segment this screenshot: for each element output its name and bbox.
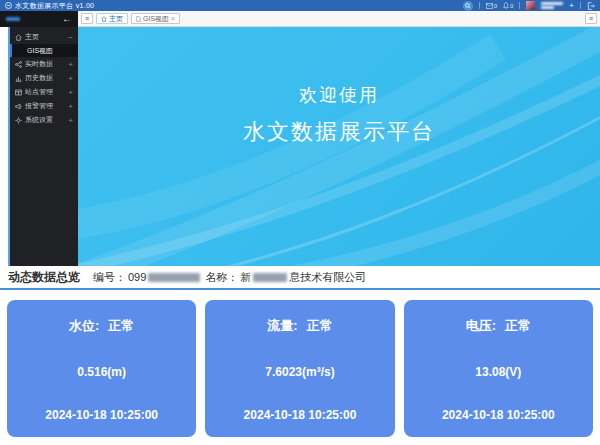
tab-row: ← ≡ 主页 GIS视图 × ≡ xyxy=(0,11,600,27)
messages-button[interactable]: 0 xyxy=(486,3,497,9)
name-label: 名称： xyxy=(205,270,238,285)
sidebar-item-label: 实时数据 xyxy=(25,59,53,69)
code-label: 编号： xyxy=(93,270,126,285)
user-menu-expander[interactable]: + xyxy=(569,2,574,10)
card-value: 13.08(V) xyxy=(475,365,521,379)
expand-icon: + xyxy=(68,116,73,125)
card-timestamp: 2024-10-18 10:25:00 xyxy=(45,408,158,422)
tab-home-label: 主页 xyxy=(109,14,123,24)
name-suffix: 息技术有限公司 xyxy=(289,270,366,285)
code-value-redacted xyxy=(148,273,200,282)
alerts-count: 0 xyxy=(510,3,513,9)
sidebar-item-station-manage[interactable]: 站点管理 + xyxy=(10,85,78,99)
sidebar-item-realtime-data[interactable]: 实时数据 + xyxy=(10,57,78,71)
sidebar-header: ← xyxy=(0,11,78,27)
card-value: 0.516(m) xyxy=(77,365,126,379)
data-cards: 水位:正常 0.516(m) 2024-10-18 10:25:00 流量:正常… xyxy=(0,290,600,437)
status-badge: 正常 xyxy=(307,318,333,333)
alerts-button[interactable]: 0 xyxy=(503,2,513,9)
card-timestamp: 2024-10-18 10:25:00 xyxy=(244,408,357,422)
share-nodes-icon xyxy=(15,61,22,68)
water-level-card: 水位:正常 0.516(m) 2024-10-18 10:25:00 xyxy=(7,300,196,437)
tab-close-icon[interactable]: × xyxy=(171,15,175,22)
divider xyxy=(479,2,480,9)
tab-home[interactable]: 主页 xyxy=(96,13,128,24)
logout-icon[interactable] xyxy=(587,2,595,10)
table-grid-icon xyxy=(15,89,22,96)
sidebar-subitem-gis-view[interactable]: GIS视图 xyxy=(10,44,78,57)
divider xyxy=(580,2,581,9)
search-icon xyxy=(465,3,471,9)
code-value-visible: 099 xyxy=(128,271,146,283)
user-avatar[interactable] xyxy=(526,1,535,10)
titlebar: 水文数据展示平台 v1.00 0 0 xyxy=(0,0,600,11)
tab-options-button[interactable]: ≡ xyxy=(585,13,597,24)
expand-icon: + xyxy=(68,102,73,111)
name-prefix: 新 xyxy=(240,270,251,285)
body-row: 主页 − GIS视图 实时数据 + 历史数据 xyxy=(0,27,600,266)
card-title: 流量:正常 xyxy=(267,317,332,335)
welcome-line2: 水文数据展示平台 xyxy=(243,117,435,147)
collapse-icon: − xyxy=(68,33,73,42)
expand-icon: + xyxy=(68,74,73,83)
titlebar-actions: 0 0 + xyxy=(463,1,595,11)
sidebar-item-label: 系统设置 xyxy=(25,115,53,125)
sidebar-item-system-settings[interactable]: 系统设置 + xyxy=(10,113,78,127)
tab-bar: ≡ 主页 GIS视图 × ≡ xyxy=(78,11,600,27)
left-gutter xyxy=(0,27,10,266)
app-title: 水文数据展示平台 v1.00 xyxy=(15,1,94,11)
sidebar-item-label: 历史数据 xyxy=(25,73,53,83)
name-redacted xyxy=(253,273,287,282)
status-badge: 正常 xyxy=(108,318,134,333)
sidebar-item-label: 报警管理 xyxy=(25,101,53,111)
search-button[interactable] xyxy=(463,1,473,11)
sidebar-item-label: 主页 xyxy=(25,32,39,42)
document-icon xyxy=(136,16,141,22)
sidebar-item-alarm-manage[interactable]: 报警管理 + xyxy=(10,99,78,113)
overview-title: 动态数据总览 xyxy=(8,269,80,286)
sidebar-item-label: 站点管理 xyxy=(25,87,53,97)
messages-count: 0 xyxy=(494,3,497,9)
bar-chart-icon xyxy=(15,75,22,82)
status-badge: 正常 xyxy=(505,318,531,333)
home-icon xyxy=(101,16,107,22)
card-label: 流量: xyxy=(267,318,297,333)
station-code-field: 编号： 099 xyxy=(93,270,200,285)
welcome-panel: 欢迎使用 水文数据展示平台 xyxy=(78,27,600,266)
back-arrow-button[interactable]: ← xyxy=(62,14,72,24)
sidebar: 主页 − GIS视图 实时数据 + 历史数据 xyxy=(10,27,78,266)
sidebar-header-redacted-text xyxy=(6,17,20,21)
user-name-line1 xyxy=(541,2,563,5)
sidebar-item-home[interactable]: 主页 − xyxy=(10,30,78,44)
gear-icon xyxy=(15,117,22,124)
divider xyxy=(519,2,520,9)
overview-bar: 动态数据总览 编号： 099 名称： 新 息技术有限公司 xyxy=(0,266,600,290)
app-logo-icon xyxy=(5,2,12,9)
sidebar-subitem-label: GIS视图 xyxy=(27,46,53,56)
home-icon xyxy=(15,34,22,41)
bullhorn-icon xyxy=(15,103,22,110)
card-timestamp: 2024-10-18 10:25:00 xyxy=(442,408,555,422)
card-label: 水位: xyxy=(69,318,99,333)
station-name-field: 名称： 新 息技术有限公司 xyxy=(205,270,366,285)
voltage-card: 电压:正常 13.08(V) 2024-10-18 10:25:00 xyxy=(404,300,593,437)
welcome-text: 欢迎使用 水文数据展示平台 xyxy=(78,27,600,234)
user-name-line2 xyxy=(541,6,554,9)
card-title: 电压:正常 xyxy=(466,317,531,335)
card-label: 电压: xyxy=(466,318,496,333)
tab-menu-button[interactable]: ≡ xyxy=(81,13,93,24)
card-title: 水位:正常 xyxy=(69,317,134,335)
expand-icon: + xyxy=(68,60,73,69)
bell-icon xyxy=(503,2,509,9)
flow-card: 流量:正常 7.6023(m³/s) 2024-10-18 10:25:00 xyxy=(205,300,394,437)
expand-icon: + xyxy=(68,88,73,97)
card-value: 7.6023(m³/s) xyxy=(265,365,334,379)
sidebar-item-history-data[interactable]: 历史数据 + xyxy=(10,71,78,85)
tab-gis-label: GIS视图 xyxy=(143,14,169,24)
tab-gis-view[interactable]: GIS视图 × xyxy=(131,13,180,24)
user-name-redacted[interactable] xyxy=(541,2,563,9)
welcome-line1: 欢迎使用 xyxy=(299,83,379,107)
envelope-icon xyxy=(486,3,493,9)
